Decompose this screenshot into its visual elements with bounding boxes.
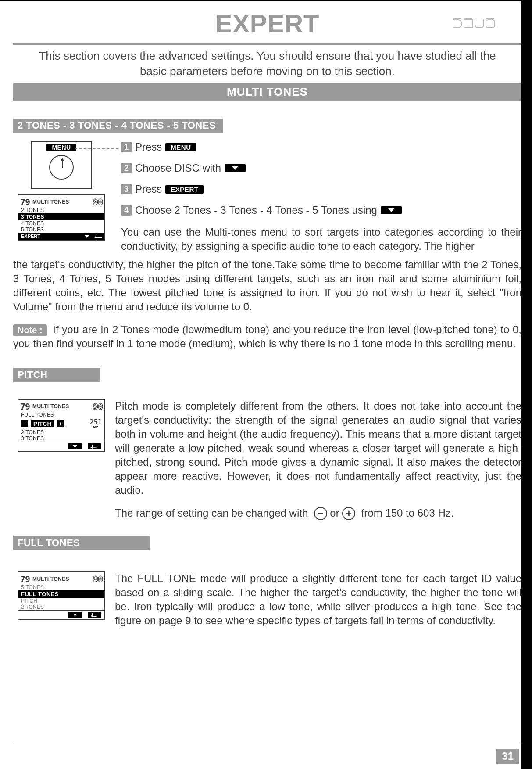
- page-title: EXPERT: [13, 9, 521, 38]
- step-3: 3 Press EXPERT: [121, 183, 521, 195]
- plus-icon: +: [57, 420, 64, 427]
- note-label: Note :: [13, 324, 47, 337]
- step-badge: 1: [121, 142, 132, 152]
- menu-button-pill: MENU: [165, 143, 196, 151]
- list-item: 3 TONES: [18, 435, 104, 442]
- screen-title: MULTI TONES: [32, 576, 69, 582]
- step-4: 4 Choose 2 Tones - 3 Tones - 4 Tones - 5…: [121, 204, 521, 216]
- intro-text: This section covers the advanced setting…: [13, 45, 521, 83]
- down-arrow-button: [381, 206, 402, 214]
- return-icon: [88, 443, 101, 449]
- right-seg: 90: [93, 574, 103, 584]
- list-item: 5 TONES: [18, 584, 104, 590]
- page-number: 31: [496, 749, 519, 764]
- expert-label: EXPERT: [21, 234, 40, 239]
- return-icon: [96, 234, 102, 238]
- list-item: 2 TONES: [18, 604, 104, 610]
- hz-readout: 251 HZ: [90, 418, 102, 429]
- down-arrow-icon: [68, 443, 82, 449]
- device-screen-fulltones: 79 MULTI TONES 90 5 TONES FULL TONES PIT…: [18, 571, 105, 620]
- list-item-selected: PITCH: [31, 420, 54, 427]
- step-2: 2 Choose DISC with: [121, 162, 521, 174]
- list-item: 2 TONES: [18, 429, 104, 435]
- screen-bottom-bar: EXPERT: [18, 233, 104, 240]
- fulltones-paragraph: The FULL TONE mode will produce a slight…: [115, 571, 521, 628]
- right-margin-strip: [521, 1, 532, 769]
- list-item: FULL TONES: [18, 412, 104, 418]
- sub-header-pitch: PITCH: [13, 368, 100, 382]
- minus-icon: −: [21, 420, 28, 427]
- pitch-paragraph: Pitch mode is completely different from …: [115, 399, 521, 497]
- tones-paragraph: the target's conductivity, the higher th…: [13, 258, 521, 314]
- step-badge: 4: [121, 205, 132, 216]
- screen-bottom-bar: [18, 442, 104, 451]
- screen-title: MULTI TONES: [32, 199, 69, 205]
- svg-marker-1: [61, 158, 64, 161]
- pitch-range-text-a: The range of setting can be changed with: [115, 507, 308, 519]
- list-item: 5 TONES: [18, 226, 104, 233]
- pitch-range-line: The range of setting can be changed with…: [115, 506, 521, 521]
- step-badge: 2: [121, 163, 132, 173]
- step-badge: 3: [121, 184, 132, 194]
- step-text: Press: [135, 183, 162, 195]
- down-arrow-button: [225, 164, 246, 172]
- left-seg: 79: [20, 401, 30, 412]
- dashed-connector: [75, 148, 118, 149]
- list-item: 4 TONES: [18, 220, 104, 226]
- list-item: 2 TONES: [18, 207, 104, 213]
- down-arrow-icon: [84, 235, 89, 238]
- menu-label: MENU: [46, 144, 76, 151]
- left-seg: 79: [20, 574, 30, 584]
- list-item-selected: FULL TONES: [18, 590, 104, 598]
- pitch-range-or: or: [330, 507, 339, 519]
- device-screen-tones: 79 MULTI TONES 90 2 TONES 3 TONES 4 TONE…: [18, 194, 105, 241]
- note-paragraph: Note : If you are in 2 Tones mode (low/m…: [13, 323, 521, 351]
- screen-title: MULTI TONES: [32, 403, 69, 410]
- list-item: PITCH: [18, 598, 104, 604]
- right-seg: 90: [93, 197, 103, 207]
- step-text: Choose 2 Tones - 3 Tones - 4 Tones - 5 T…: [135, 204, 377, 216]
- sub-header-tones: 2 TONES - 3 TONES - 4 TONES - 5 TONES: [13, 119, 223, 133]
- section-header-multi-tones: MULTI TONES: [13, 83, 521, 101]
- return-icon: [88, 612, 101, 618]
- pitch-range-text-c: from 150 to 603 Hz.: [361, 507, 454, 519]
- footer-divider: [13, 744, 521, 744]
- brand-logo: [453, 19, 495, 28]
- tones-paragraph-lead: You can use the Multi-tones menu to sort…: [121, 225, 521, 253]
- sub-header-fulltones: FULL TONES: [13, 536, 150, 550]
- left-seg: 79: [20, 197, 30, 207]
- dial-icon: [49, 155, 74, 180]
- step-text: Press: [135, 141, 162, 153]
- expert-button-pill: EXPERT: [165, 185, 204, 194]
- screen-bottom-bar: [18, 610, 104, 619]
- device-screen-pitch: 79 MULTI TONES 90 FULL TONES − PITCH + 2…: [18, 399, 105, 452]
- list-item-selected: 3 TONES: [18, 213, 104, 220]
- step-text: Choose DISC with: [135, 162, 221, 174]
- note-text: If you are in 2 Tones mode (low/medium t…: [13, 323, 521, 349]
- step-1: 1 Press MENU: [121, 141, 521, 153]
- down-arrow-icon: [68, 612, 82, 618]
- right-seg: 90: [93, 401, 103, 412]
- minus-button-icon: −: [314, 507, 327, 520]
- plus-button-icon: +: [342, 507, 355, 520]
